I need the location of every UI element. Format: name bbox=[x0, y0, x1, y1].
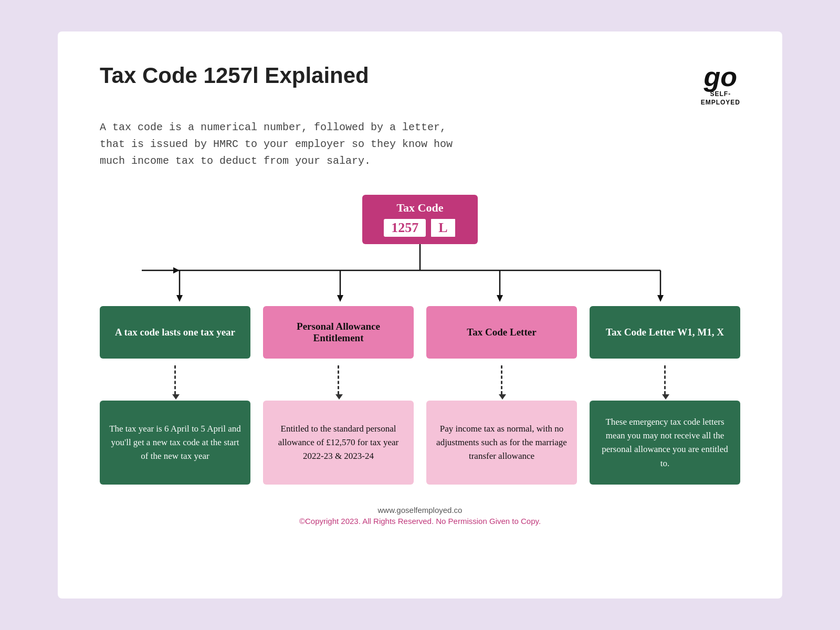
tax-code-label: Tax Code bbox=[379, 201, 461, 215]
tax-code-number: 1257 bbox=[384, 219, 426, 237]
column-1: A tax code lasts one tax year The tax ye… bbox=[100, 306, 250, 485]
header-row: Tax Code 1257l Explained go SELF-EMPLOYE… bbox=[100, 63, 740, 107]
tax-code-box: Tax Code 1257 L bbox=[362, 195, 478, 244]
svg-marker-9 bbox=[657, 295, 664, 302]
dashed-line-2 bbox=[338, 365, 339, 394]
svg-marker-7 bbox=[337, 295, 343, 302]
dashed-line-4 bbox=[664, 365, 666, 394]
top-box-4: Tax Code Letter W1, M1, X bbox=[590, 306, 740, 359]
footer: www.goselfemployed.co ©Copyright 2023. A… bbox=[100, 506, 740, 526]
column-3: Tax Code Letter Pay income tax as normal… bbox=[426, 306, 577, 485]
footer-copyright: ©Copyright 2023. All Rights Reserved. No… bbox=[100, 517, 740, 526]
top-box-3: Tax Code Letter bbox=[426, 306, 577, 359]
svg-marker-8 bbox=[497, 295, 503, 302]
tree-lines-svg bbox=[100, 244, 740, 307]
bottom-box-3: Pay income tax as normal, with no adjust… bbox=[426, 401, 577, 485]
column-2: Personal Allowance Entitlement Entitled … bbox=[263, 306, 414, 485]
bottom-box-1: The tax year is 6 April to 5 April and y… bbox=[100, 401, 250, 485]
bottom-box-4: These emergency tax code letters mean yo… bbox=[590, 401, 740, 485]
diagram: Tax Code 1257 L bbox=[100, 195, 740, 485]
dashed-line-3 bbox=[501, 365, 502, 394]
columns-row: A tax code lasts one tax year The tax ye… bbox=[100, 306, 740, 485]
svg-marker-6 bbox=[176, 295, 183, 302]
bottom-box-2: Entitled to the standard personal allowa… bbox=[263, 401, 414, 485]
logo-go: go bbox=[704, 63, 738, 90]
tax-code-number-row: 1257 L bbox=[379, 218, 461, 238]
dashed-arrow-4 bbox=[664, 359, 666, 401]
tax-code-letter: L bbox=[430, 218, 456, 238]
top-box-2: Personal Allowance Entitlement bbox=[263, 306, 414, 359]
dashed-arrow-3 bbox=[501, 359, 502, 401]
column-4: Tax Code Letter W1, M1, X These emergenc… bbox=[590, 306, 740, 485]
page-title: Tax Code 1257l Explained bbox=[100, 63, 369, 88]
main-card: Tax Code 1257l Explained go SELF-EMPLOYE… bbox=[58, 32, 782, 598]
logo-sub: SELF-EMPLOYED bbox=[701, 90, 740, 107]
dashed-arrow-1 bbox=[174, 359, 176, 401]
footer-website: www.goselfemployed.co bbox=[100, 506, 740, 514]
tax-code-center: Tax Code 1257 L bbox=[362, 195, 478, 244]
top-box-1: A tax code lasts one tax year bbox=[100, 306, 250, 359]
intro-text: A tax code is a numerical number, follow… bbox=[100, 119, 467, 170]
svg-marker-11 bbox=[173, 267, 180, 274]
dashed-line-1 bbox=[174, 365, 176, 394]
logo: go SELF-EMPLOYED bbox=[701, 63, 740, 107]
dashed-arrow-2 bbox=[338, 359, 339, 401]
